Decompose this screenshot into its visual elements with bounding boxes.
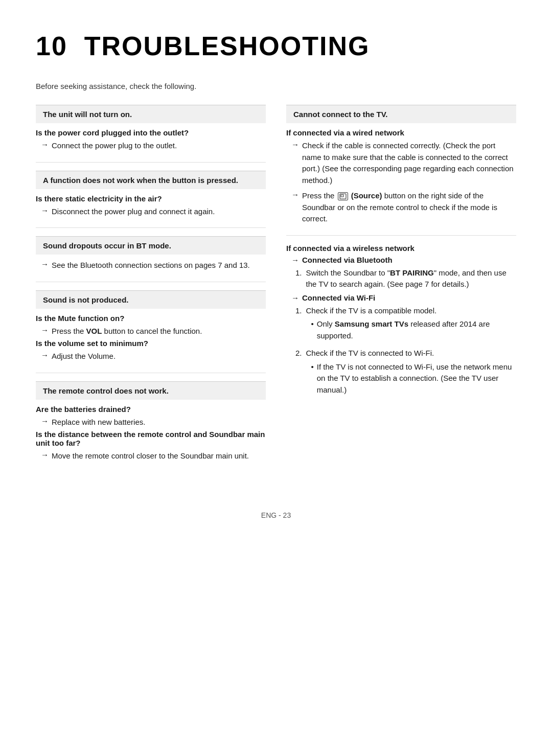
answer-distance: → Move the remote control closer to the … [36, 450, 266, 462]
wireless-network-section: If connected via a wireless network → Co… [286, 244, 516, 399]
wired-heading: If connected via a wired network [286, 128, 516, 137]
bluetooth-list: 1. Switch the Soundbar to "BT PAIRING" m… [286, 267, 516, 290]
bullet-icon: • [311, 361, 314, 396]
list-item: 1. Check if the TV is a compatible model… [295, 305, 516, 345]
arrow-icon: → [291, 140, 299, 149]
section-header-unit-wont-turn-on: The unit will not turn on. [36, 105, 266, 123]
question-mute: Is the Mute function on? [36, 314, 266, 323]
section-cannot-connect-tv: Cannot connect to the TV. If connected v… [286, 105, 516, 410]
answer-check-cable: → Check if the cable is connected correc… [286, 140, 516, 186]
section-function-not-work: A function does not work when the button… [36, 171, 266, 228]
answer-batteries: → Replace with new batteries. [36, 417, 266, 428]
arrow-icon: → [41, 351, 49, 359]
right-column: Cannot connect to the TV. If connected v… [286, 105, 516, 480]
main-content: The unit will not turn on. Is the power … [36, 105, 516, 480]
connected-via-bluetooth-label: → Connected via Bluetooth [286, 256, 516, 264]
list-item: • If the TV is not connected to Wi-Fi, u… [311, 361, 516, 396]
section-header-remote-not-work: The remote control does not work. [36, 381, 266, 400]
answer-press-source: → Press the (Source) button on the right… [286, 190, 516, 225]
section-header-cannot-connect-tv: Cannot connect to the TV. [286, 105, 516, 123]
bluetooth-label: Connected via Bluetooth [302, 256, 393, 264]
list-item: 2. Check if the TV is connected to Wi-Fi… [295, 348, 516, 399]
answer-bluetooth-sections: → See the Bluetooth connection sections … [36, 260, 266, 271]
chapter-title: 10 TROUBLESHOOTING [36, 31, 516, 61]
intro-text: Before seeking assistance, check the fol… [36, 82, 516, 90]
wifi-bullet-list: • Only Samsung smart TVs released after … [306, 318, 516, 341]
arrow-icon: → [41, 206, 49, 215]
section-header-function-not-work: A function does not work when the button… [36, 171, 266, 189]
question-batteries: Are the batteries drained? [36, 405, 266, 414]
question-static: Is there static electricity in the air? [36, 194, 266, 203]
arrow-icon: → [41, 326, 49, 334]
connected-via-wifi-label: → Connected via Wi-Fi [286, 293, 516, 302]
arrow-icon: → [291, 293, 299, 302]
list-item: 1. Switch the Soundbar to "BT PAIRING" m… [295, 267, 516, 290]
answer-static: → Disconnect the power plug and connect … [36, 206, 266, 218]
arrow-icon: → [41, 450, 49, 459]
section-sound-not-produced: Sound is not produced. Is the Mute funct… [36, 290, 266, 373]
svg-rect-1 [341, 195, 343, 197]
answer-power-cord: → Connect the power plug to the outlet. [36, 140, 266, 152]
question-power-cord: Is the power cord plugged into the outle… [36, 128, 266, 137]
section-remote-not-work: The remote control does not work. Are th… [36, 381, 266, 472]
wifi-label: Connected via Wi-Fi [302, 293, 375, 302]
question-distance: Is the distance between the remote contr… [36, 430, 266, 447]
bullet-icon: • [311, 318, 314, 341]
arrow-icon: → [41, 260, 49, 268]
source-icon [338, 192, 348, 200]
arrow-icon: → [291, 190, 299, 199]
wifi-bullet-list-2: • If the TV is not connected to Wi-Fi, u… [306, 361, 516, 396]
wired-network-section: If connected via a wired network → Check… [286, 128, 516, 236]
section-unit-wont-turn-on: The unit will not turn on. Is the power … [36, 105, 266, 163]
wifi-list: 1. Check if the TV is a compatible model… [286, 305, 516, 399]
question-volume-min: Is the volume set to minimum? [36, 339, 266, 348]
arrow-icon: → [41, 417, 49, 425]
answer-volume-min: → Adjust the Volume. [36, 351, 266, 362]
answer-mute: → Press the VOL button to cancel the fun… [36, 326, 266, 337]
footer: ENG - 23 [36, 511, 516, 519]
left-column: The unit will not turn on. Is the power … [36, 105, 266, 480]
section-sound-dropouts: Sound dropouts occur in BT mode. → See t… [36, 236, 266, 282]
list-item: • Only Samsung smart TVs released after … [311, 318, 516, 341]
section-header-sound-dropouts: Sound dropouts occur in BT mode. [36, 236, 266, 255]
arrow-icon: → [41, 140, 49, 149]
arrow-icon: → [291, 256, 299, 264]
section-header-sound-not-produced: Sound is not produced. [36, 290, 266, 309]
wireless-heading: If connected via a wireless network [286, 244, 516, 253]
